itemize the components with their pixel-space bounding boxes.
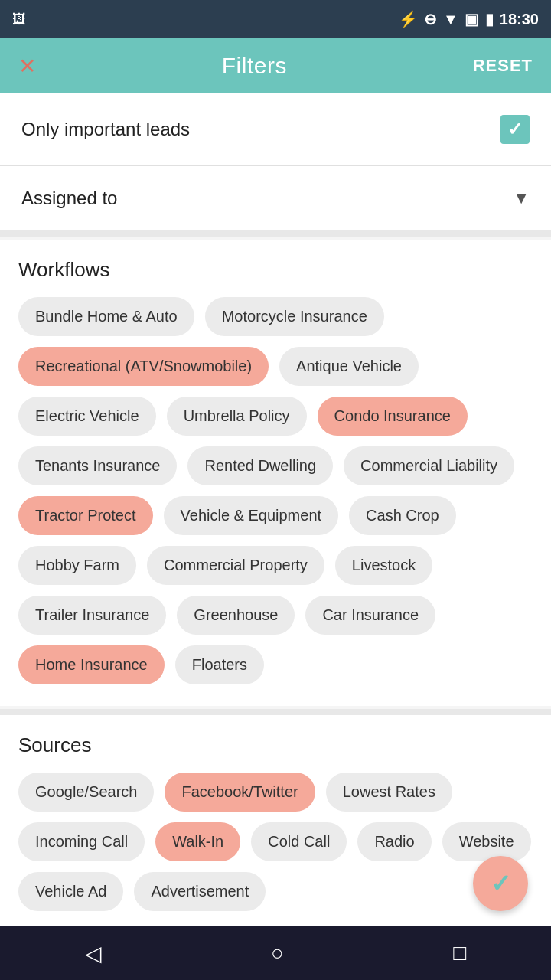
sources-title: Sources	[18, 733, 533, 757]
workflow-tag-commercial-property[interactable]: Commercial Property	[147, 546, 324, 585]
workflow-tag-condo-insurance[interactable]: Condo Insurance	[318, 397, 468, 436]
workflow-tag-trailer-insurance[interactable]: Trailer Insurance	[18, 596, 166, 635]
source-tag-vehicle-ad[interactable]: Vehicle Ad	[18, 872, 123, 911]
workflow-tag-car-insurance[interactable]: Car Insurance	[305, 596, 435, 635]
nav-recent-button[interactable]: □	[453, 941, 466, 965]
workflow-tag-umbrella-policy[interactable]: Umbrella Policy	[167, 397, 307, 436]
workflow-tag-livestock[interactable]: Livestock	[335, 546, 432, 585]
source-tag-cold-call[interactable]: Cold Call	[251, 822, 347, 861]
workflow-tag-bundle-home---auto[interactable]: Bundle Home & Auto	[18, 297, 194, 336]
workflow-tag-vehicle---equipment[interactable]: Vehicle & Equipment	[164, 496, 339, 535]
minus-circle-icon: ⊖	[424, 10, 437, 28]
fab-confirm-button[interactable]: ✓	[473, 856, 528, 911]
status-bar-left: 🖼	[12, 11, 26, 28]
workflow-tag-commercial-liability[interactable]: Commercial Liability	[344, 446, 514, 485]
workflow-tag-cash-crop[interactable]: Cash Crop	[349, 496, 456, 535]
source-tag-walk-in[interactable]: Walk-In	[155, 822, 240, 861]
fab-check-icon: ✓	[491, 869, 511, 898]
assigned-to-row[interactable]: Assigned to ▼	[0, 166, 551, 237]
workflow-tag-tractor-protect[interactable]: Tractor Protect	[18, 496, 153, 535]
source-tag-radio[interactable]: Radio	[357, 822, 431, 861]
battery-icon: ▮	[485, 10, 494, 28]
sources-tags: Google/SearchFacebook/TwitterLowest Rate…	[18, 773, 533, 920]
source-tag-lowest-rates[interactable]: Lowest Rates	[326, 773, 452, 812]
bluetooth-icon: ⚡	[399, 10, 418, 28]
workflow-tag-hobby-farm[interactable]: Hobby Farm	[18, 546, 136, 585]
status-bar: 🖼 ⚡ ⊖ ▼ ▣ ▮ 18:30	[0, 0, 551, 38]
checkbox-check-icon: ✓	[507, 119, 523, 140]
main-content: Only important leads ✓ Assigned to ▼ Wor…	[0, 93, 551, 980]
workflow-tag-home-insurance[interactable]: Home Insurance	[18, 645, 165, 684]
workflow-tag-greenhouse[interactable]: Greenhouse	[177, 596, 295, 635]
sources-section: Sources Google/SearchFacebook/TwitterLow…	[0, 715, 551, 933]
workflows-title: Workflows	[18, 258, 533, 282]
workflows-section: Workflows Bundle Home & AutoMotorcycle I…	[0, 240, 551, 706]
source-tag-google-search[interactable]: Google/Search	[18, 773, 154, 812]
important-leads-label: Only important leads	[21, 119, 190, 140]
source-tag-website[interactable]: Website	[442, 822, 531, 861]
reset-button[interactable]: RESET	[473, 56, 533, 76]
workflow-tag-floaters[interactable]: Floaters	[175, 645, 264, 684]
workflow-tag-tenants-insurance[interactable]: Tenants Insurance	[18, 446, 177, 485]
nav-bar: ◁ ○ □	[0, 926, 551, 980]
important-leads-row: Only important leads ✓	[0, 93, 551, 166]
close-button[interactable]: ✕	[18, 54, 36, 79]
dropdown-arrow-icon: ▼	[513, 188, 530, 208]
app-header: ✕ Filters RESET	[0, 38, 551, 93]
nav-home-button[interactable]: ○	[271, 941, 284, 965]
time-display: 18:30	[500, 11, 539, 28]
signal-icon: ▣	[465, 10, 479, 28]
workflow-tag-antique-vehicle[interactable]: Antique Vehicle	[279, 347, 419, 386]
workflow-tag-motorcycle-insurance[interactable]: Motorcycle Insurance	[205, 297, 384, 336]
workflow-tag-rented-dwelling[interactable]: Rented Dwelling	[187, 446, 333, 485]
source-tag-advertisement[interactable]: Advertisement	[134, 872, 266, 911]
source-tag-incoming-call[interactable]: Incoming Call	[18, 822, 145, 861]
photo-icon: 🖼	[12, 11, 26, 28]
workflows-tags: Bundle Home & AutoMotorcycle InsuranceRe…	[18, 297, 533, 694]
source-tag-facebook-twitter[interactable]: Facebook/Twitter	[165, 773, 315, 812]
header-title: Filters	[222, 53, 287, 79]
important-leads-checkbox[interactable]: ✓	[500, 115, 530, 144]
nav-back-button[interactable]: ◁	[85, 941, 102, 966]
assigned-to-label: Assigned to	[21, 188, 117, 209]
workflow-tag-electric-vehicle[interactable]: Electric Vehicle	[18, 397, 156, 436]
section-divider	[0, 709, 551, 715]
wifi-icon: ▼	[443, 11, 458, 28]
status-bar-right: ⚡ ⊖ ▼ ▣ ▮ 18:30	[399, 10, 539, 28]
workflow-tag-recreational--atv-snowmobile-[interactable]: Recreational (ATV/Snowmobile)	[18, 347, 269, 386]
